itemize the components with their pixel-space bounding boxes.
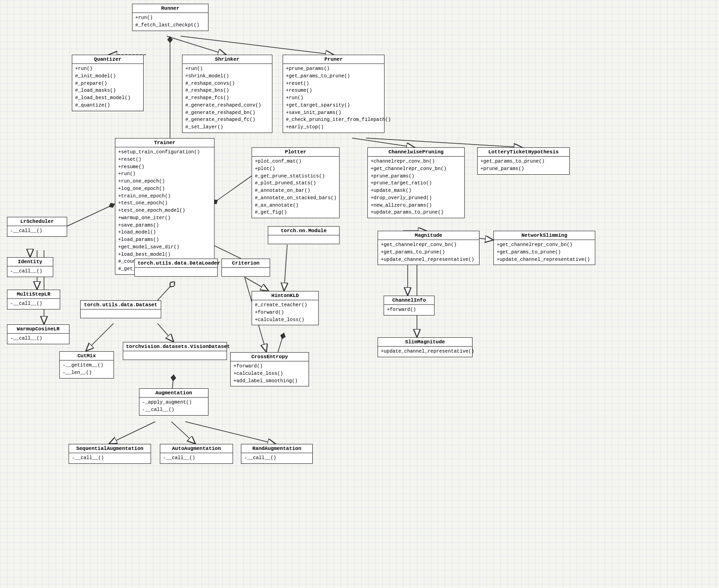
svg-line-25 (158, 323, 174, 342)
class-methods-AutoAugmentation: -__call__() (160, 453, 233, 463)
svg-line-29 (185, 422, 276, 444)
class-name-DataLoader: torch.utils.data.DataLoader (135, 259, 217, 268)
svg-line-7 (181, 36, 334, 55)
class-methods-Magnitude: +get_channelrepr_conv_bn()+get_params_to… (378, 240, 479, 265)
class-methods-ChannelwisePruning: +channelrepr_conv_bn()+get_channelrepr_c… (368, 157, 464, 218)
class-SlimMagnitude: SlimMagnitude +update_channel_representa… (378, 337, 473, 357)
class-name-Shrinker: Shrinker (183, 55, 272, 64)
class-name-LotteryTicketHypothesis: LotteryTicketHypothesis (478, 148, 569, 157)
class-Plotter: Plotter +plot_conf_mat()+plot()#_get_pru… (252, 147, 340, 218)
class-name-Trainer: Trainer (115, 139, 214, 147)
class-Pruner: Pruner +prune_params()+get_params_to_pru… (283, 55, 385, 133)
svg-line-9 (67, 204, 115, 226)
class-name-CrossEntropy: CrossEntropy (231, 353, 309, 361)
class-AutoAugmentation: AutoAugmentation -__call__() (160, 444, 233, 464)
svg-line-30 (86, 323, 114, 351)
class-name-Criterion: Criterion (222, 259, 270, 268)
svg-line-32 (158, 282, 175, 300)
svg-line-16 (366, 138, 522, 147)
class-Trainer: Trainer +setup_train_configuration()+res… (115, 138, 214, 275)
svg-line-27 (109, 422, 155, 444)
class-methods-torch-nn-Module (268, 235, 339, 244)
class-methods-DataLoader (135, 268, 217, 276)
class-Criterion: Criterion (221, 259, 270, 277)
class-methods-ChannelInfo: +forward() (384, 305, 434, 315)
class-methods-Identity: -__call__() (7, 266, 53, 277)
class-name-HintonKLD: HintonKLD (252, 291, 318, 300)
class-name-MultiStepLR: MultiStepLR (7, 290, 60, 299)
class-name-NetworkSlimming: NetworkSlimming (494, 231, 595, 240)
class-methods-HintonKLD: #_create_teacher()+forward()+calculate_l… (252, 300, 318, 325)
class-methods-Runner: +run()#_fetch_last_checkpt() (132, 13, 208, 31)
class-methods-Pruner: +prune_params()+get_params_to_prune()+re… (283, 64, 384, 133)
class-name-Quantizer: Quantizer (72, 55, 143, 64)
class-name-WarmupCosineLR: WarmupCosineLR (7, 325, 69, 334)
class-name-RandAugmentation: RandAugmentation (241, 444, 312, 453)
class-name-ChannelwisePruning: ChannelwisePruning (368, 148, 464, 157)
svg-line-15 (352, 138, 415, 147)
class-Dataset: torch.utils.data.Dataset (80, 300, 161, 318)
class-methods-SequentialAugmentation: -__call__() (69, 453, 151, 463)
class-name-VisionDataset: torchvision.datasets.VisionDataset (123, 342, 227, 351)
class-name-torch-nn-Module: torch.nn.Module (268, 227, 339, 235)
class-name-Runner: Runner (132, 4, 208, 13)
class-name-Plotter: Plotter (252, 148, 339, 157)
class-methods-NetworkSlimming: +get_channelrepr_conv_bn()+get_params_to… (494, 240, 595, 265)
class-name-Dataset: torch.utils.data.Dataset (81, 301, 161, 310)
class-CutMix: CutMix -__getitem__()-__len__() (59, 351, 114, 379)
class-methods-RandAugmentation: -__call__() (241, 453, 312, 463)
class-methods-Quantizer: +run()#_init_model()#_prepare()#_load_ma… (72, 64, 143, 111)
class-methods-Criterion (222, 268, 270, 276)
class-SequentialAugmentation: SequentialAugmentation -__call__() (69, 444, 151, 464)
class-name-Identity: Identity (7, 258, 53, 266)
class-name-Magnitude: Magnitude (378, 231, 479, 240)
class-name-AutoAugmentation: AutoAugmentation (160, 444, 233, 453)
svg-line-26 (172, 374, 174, 388)
class-Augmentation: Augmentation -_apply_augment()-__call__(… (139, 388, 208, 416)
class-methods-WarmupCosineLR: -__call__() (7, 334, 69, 344)
class-name-LrScheduler: LrScheduler (7, 217, 67, 226)
class-Runner: Runner +run()#_fetch_last_checkpt() (132, 4, 208, 31)
class-NetworkSlimming: NetworkSlimming +get_channelrepr_conv_bn… (493, 231, 595, 265)
class-methods-Augmentation: -_apply_augment()-__call__() (139, 398, 208, 415)
class-LrScheduler: LrScheduler -__call__() (7, 217, 67, 237)
class-ChannelwisePruning: ChannelwisePruning +channelrepr_conv_bn(… (367, 147, 465, 218)
svg-line-6 (167, 36, 226, 55)
class-methods-LotteryTicketHypothesis: +get_params_to_prune()+prune_params() (478, 157, 569, 174)
class-methods-Plotter: +plot_conf_mat()+plot()#_get_prune_stati… (252, 157, 339, 218)
class-MultiStepLR: MultiStepLR -__call__() (7, 290, 60, 310)
uml-diagram: Runner +run()#_fetch_last_checkpt() Quan… (0, 0, 719, 588)
class-name-SlimMagnitude: SlimMagnitude (378, 338, 472, 347)
class-name-Augmentation: Augmentation (139, 389, 208, 398)
class-DataLoader: torch.utils.data.DataLoader (134, 259, 218, 277)
class-CrossEntropy: CrossEntropy +forward()+calculate_loss()… (230, 352, 309, 386)
class-methods-CutMix: -__getitem__()-__len__() (60, 360, 114, 378)
class-Magnitude: Magnitude +get_channelrepr_conv_bn()+get… (378, 231, 479, 265)
class-torch-nn-Module: torch.nn.Module (268, 226, 340, 244)
class-VisionDataset: torchvision.datasets.VisionDataset (123, 342, 227, 360)
class-methods-VisionDataset (123, 351, 227, 360)
svg-line-28 (171, 422, 196, 444)
class-name-Pruner: Pruner (283, 55, 384, 64)
class-methods-SlimMagnitude: +update_channel_representative() (378, 347, 472, 357)
class-methods-Dataset (81, 310, 161, 318)
class-methods-CrossEntropy: +forward()+calculate_loss()+add_label_sm… (231, 361, 309, 386)
class-WarmupCosineLR: WarmupCosineLR -__call__() (7, 324, 69, 344)
class-methods-Shrinker: +run()+shrink_model()#_reshape_convs()#_… (183, 64, 272, 133)
svg-line-24 (278, 333, 284, 352)
class-name-SequentialAugmentation: SequentialAugmentation (69, 444, 151, 453)
class-methods-Trainer: +setup_train_configuration()+reset()+res… (115, 147, 214, 274)
class-name-ChannelInfo: ChannelInfo (384, 296, 434, 305)
class-name-CutMix: CutMix (60, 352, 114, 360)
class-methods-MultiStepLR: -__call__() (7, 299, 60, 309)
class-Identity: Identity -__call__() (7, 257, 53, 277)
class-Shrinker: Shrinker +run()+shrink_model()#_reshape_… (182, 55, 272, 133)
svg-line-21 (284, 245, 287, 291)
class-methods-LrScheduler: -__call__() (7, 226, 67, 236)
class-ChannelInfo: ChannelInfo +forward() (384, 296, 435, 316)
svg-line-22 (245, 277, 269, 291)
class-RandAugmentation: RandAugmentation -__call__() (241, 444, 313, 464)
class-Quantizer: Quantizer +run()#_init_model()#_prepare(… (72, 55, 144, 111)
class-HintonKLD: HintonKLD #_create_teacher()+forward()+c… (252, 291, 319, 325)
class-LotteryTicketHypothesis: LotteryTicketHypothesis +get_params_to_p… (477, 147, 570, 175)
